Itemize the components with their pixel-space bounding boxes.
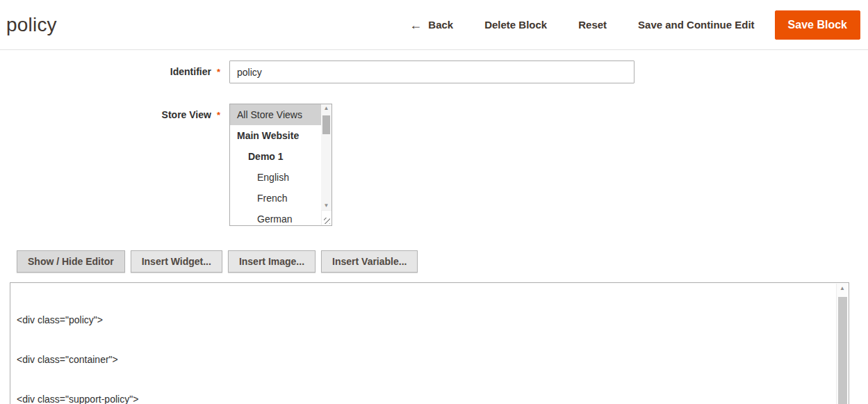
insert-widget-button[interactable]: Insert Widget... (131, 250, 222, 273)
store-view-option-all-store-views[interactable]: All Store Views (230, 104, 321, 125)
delete-block-button[interactable]: Delete Block (484, 19, 547, 31)
save-and-continue-label: Save and Continue Edit (638, 19, 755, 31)
store-view-option-french[interactable]: French (230, 188, 321, 209)
reset-label: Reset (578, 19, 607, 31)
store-view-option-german[interactable]: German (230, 209, 321, 226)
store-view-scrollbar[interactable]: ▲ ▼ (321, 104, 331, 210)
block-edit-form: Identifier * Store View * All Store View… (0, 50, 868, 226)
header-actions: ← Back Delete Block Reset Save and Conti… (409, 10, 860, 40)
select-resize-grip-icon[interactable] (321, 210, 331, 225)
identifier-label-wrap: Identifier * (0, 60, 229, 77)
editor-scrollbar[interactable]: ▲ (836, 284, 848, 404)
back-button-label: Back (428, 19, 453, 31)
delete-block-label: Delete Block (484, 19, 547, 31)
html-content-editor[interactable]: <div class="policy"> <div class="contain… (10, 282, 849, 404)
identifier-field-row: Identifier * (0, 60, 868, 83)
save-block-button[interactable]: Save Block (775, 10, 860, 40)
store-view-label: Store View (162, 109, 211, 120)
store-view-options-list: All Store Views Main Website Demo 1 Engl… (230, 104, 321, 226)
show-hide-editor-button[interactable]: Show / Hide Editor (17, 250, 125, 273)
editor-scroll-up-icon[interactable]: ▲ (837, 284, 848, 293)
code-line: <div class="container"> (17, 353, 829, 366)
reset-button[interactable]: Reset (578, 19, 607, 31)
store-view-option-demo-1[interactable]: Demo 1 (230, 146, 321, 167)
editor-scrollbar-thumb[interactable] (838, 297, 847, 404)
insert-variable-button[interactable]: Insert Variable... (321, 250, 418, 273)
identifier-required-asterisk: * (217, 67, 220, 77)
store-view-select[interactable]: All Store Views Main Website Demo 1 Engl… (229, 104, 332, 226)
identifier-input[interactable] (229, 60, 634, 83)
store-view-required-asterisk: * (217, 110, 220, 120)
store-view-field-row: Store View * All Store Views Main Websit… (0, 104, 868, 226)
back-arrow-icon: ← (409, 19, 422, 31)
back-button[interactable]: ← Back (409, 19, 453, 31)
store-view-label-wrap: Store View * (0, 104, 229, 120)
scroll-up-icon[interactable]: ▲ (321, 104, 331, 113)
code-line: <div class="support-policy"> (17, 393, 829, 404)
page-header: policy ← Back Delete Block Reset Save an… (0, 0, 868, 50)
code-lines: <div class="policy"> <div class="contain… (10, 283, 849, 404)
store-view-option-main-website[interactable]: Main Website (230, 125, 321, 146)
save-and-continue-button[interactable]: Save and Continue Edit (638, 19, 755, 31)
page-title: policy (6, 14, 57, 36)
editor-toolbar: Show / Hide Editor Insert Widget... Inse… (17, 250, 868, 273)
scroll-down-icon[interactable]: ▼ (321, 202, 331, 210)
store-view-scrollbar-thumb[interactable] (322, 115, 330, 134)
code-line: <div class="policy"> (17, 314, 829, 327)
store-view-option-english[interactable]: English (230, 167, 321, 188)
identifier-label: Identifier (170, 66, 211, 77)
insert-image-button[interactable]: Insert Image... (228, 250, 316, 273)
